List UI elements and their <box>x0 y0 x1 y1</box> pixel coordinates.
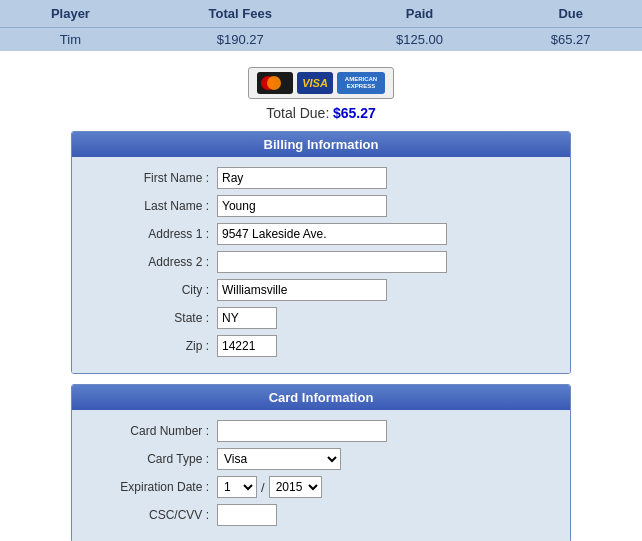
address2-input[interactable] <box>217 251 447 273</box>
card-panel-header: Card Information <box>72 385 570 410</box>
card-number-input[interactable] <box>217 420 387 442</box>
paid-value: $125.00 <box>340 28 500 52</box>
cvv-label: CSC/CVV : <box>87 508 217 522</box>
mastercard-icon <box>257 72 293 94</box>
card-type-select[interactable]: Visa MasterCard American Express Discove… <box>217 448 341 470</box>
player-name: Tim <box>0 28 141 52</box>
state-label: State : <box>87 311 217 325</box>
city-row: City : <box>87 279 555 301</box>
summary-table: Player Total Fees Paid Due Tim $190.27 $… <box>0 0 642 51</box>
city-input[interactable] <box>217 279 387 301</box>
payment-info-section: VISA AMERICANEXPRESS Total Due: $65.27 <box>0 67 642 121</box>
expiry-selects: 1234 5678 9101112 / 201520162017 2018201… <box>217 476 322 498</box>
address2-row: Address 2 : <box>87 251 555 273</box>
total-due-label: Total Due: <box>266 105 329 121</box>
last-name-input[interactable] <box>217 195 387 217</box>
col-total-fees: Total Fees <box>141 0 340 28</box>
address1-row: Address 1 : <box>87 223 555 245</box>
zip-label: Zip : <box>87 339 217 353</box>
first-name-input[interactable] <box>217 167 387 189</box>
visa-icon: VISA <box>297 72 333 94</box>
due-value: $65.27 <box>499 28 642 52</box>
total-due-amount: $65.27 <box>333 105 376 121</box>
expiry-month-select[interactable]: 1234 5678 9101112 <box>217 476 257 498</box>
zip-input[interactable] <box>217 335 277 357</box>
last-name-row: Last Name : <box>87 195 555 217</box>
expiry-row: Expiration Date : 1234 5678 9101112 / 20… <box>87 476 555 498</box>
cvv-input[interactable] <box>217 504 277 526</box>
first-name-label: First Name : <box>87 171 217 185</box>
col-paid: Paid <box>340 0 500 28</box>
card-number-label: Card Number : <box>87 424 217 438</box>
state-row: State : <box>87 307 555 329</box>
card-type-row: Card Type : Visa MasterCard American Exp… <box>87 448 555 470</box>
amex-icon: AMERICANEXPRESS <box>337 72 385 94</box>
card-number-row: Card Number : <box>87 420 555 442</box>
col-player: Player <box>0 0 141 28</box>
state-input[interactable] <box>217 307 277 329</box>
billing-form-body: First Name : Last Name : Address 1 : Add… <box>72 157 570 373</box>
address2-label: Address 2 : <box>87 255 217 269</box>
zip-row: Zip : <box>87 335 555 357</box>
billing-panel-header: Billing Information <box>72 132 570 157</box>
address1-label: Address 1 : <box>87 227 217 241</box>
cvv-row: CSC/CVV : <box>87 504 555 526</box>
col-due: Due <box>499 0 642 28</box>
expiry-separator: / <box>261 480 265 495</box>
city-label: City : <box>87 283 217 297</box>
last-name-label: Last Name : <box>87 199 217 213</box>
address1-input[interactable] <box>217 223 447 245</box>
first-name-row: First Name : <box>87 167 555 189</box>
card-icons-box: VISA AMERICANEXPRESS <box>248 67 394 99</box>
card-form-body: Card Number : Card Type : Visa MasterCar… <box>72 410 570 541</box>
billing-panel: Billing Information First Name : Last Na… <box>71 131 571 374</box>
expiry-year-select[interactable]: 201520162017 201820192020 <box>269 476 322 498</box>
expiry-label: Expiration Date : <box>87 480 217 494</box>
card-type-label: Card Type : <box>87 452 217 466</box>
total-fees-value: $190.27 <box>141 28 340 52</box>
card-panel: Card Information Card Number : Card Type… <box>71 384 571 541</box>
